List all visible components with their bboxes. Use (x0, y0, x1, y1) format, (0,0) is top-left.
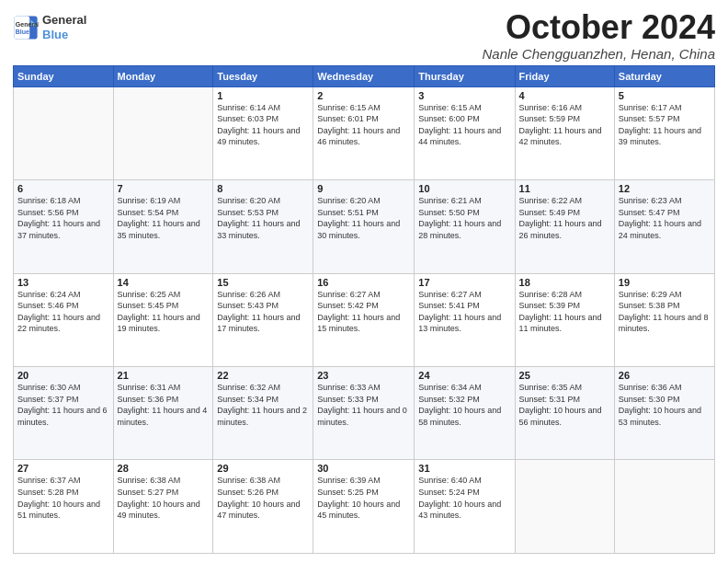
day-number: 28 (118, 463, 210, 474)
day-info: Sunrise: 6:38 AM Sunset: 5:27 PM Dayligh… (118, 475, 210, 521)
day-number: 18 (519, 277, 610, 288)
day-cell: 18Sunrise: 6:28 AM Sunset: 5:39 PM Dayli… (515, 273, 614, 366)
day-number: 15 (217, 277, 309, 288)
svg-text:General: General (16, 20, 39, 27)
day-number: 6 (17, 183, 109, 194)
day-number: 10 (418, 183, 510, 194)
header-saturday: Saturday (614, 65, 714, 86)
day-number: 11 (519, 183, 610, 194)
day-number: 2 (317, 90, 410, 101)
day-info: Sunrise: 6:33 AM Sunset: 5:33 PM Dayligh… (317, 382, 410, 428)
day-info: Sunrise: 6:15 AM Sunset: 6:00 PM Dayligh… (418, 102, 510, 148)
day-number: 27 (17, 463, 109, 474)
day-cell: 2Sunrise: 6:15 AM Sunset: 6:01 PM Daylig… (313, 86, 415, 179)
day-cell: 31Sunrise: 6:40 AM Sunset: 5:24 PM Dayli… (415, 460, 515, 554)
day-number: 4 (519, 90, 610, 101)
day-cell: 15Sunrise: 6:26 AM Sunset: 5:43 PM Dayli… (213, 273, 313, 366)
day-info: Sunrise: 6:31 AM Sunset: 5:36 PM Dayligh… (118, 382, 210, 428)
day-number: 31 (418, 463, 510, 474)
day-number: 3 (418, 90, 510, 101)
day-info: Sunrise: 6:20 AM Sunset: 5:51 PM Dayligh… (317, 195, 410, 241)
header-tuesday: Tuesday (213, 65, 313, 86)
logo: General Blue General Blue (13, 13, 86, 41)
day-number: 17 (418, 277, 510, 288)
day-number: 8 (217, 183, 309, 194)
month-title: October 2024 (482, 9, 715, 46)
day-number: 24 (418, 370, 510, 381)
day-info: Sunrise: 6:25 AM Sunset: 5:45 PM Dayligh… (118, 289, 210, 335)
day-info: Sunrise: 6:32 AM Sunset: 5:34 PM Dayligh… (217, 382, 309, 428)
header: General Blue General Blue October 2024 N… (13, 9, 715, 62)
day-cell: 26Sunrise: 6:36 AM Sunset: 5:30 PM Dayli… (614, 367, 714, 460)
day-info: Sunrise: 6:37 AM Sunset: 5:28 PM Dayligh… (17, 475, 109, 521)
week-row-2: 6Sunrise: 6:18 AM Sunset: 5:56 PM Daylig… (14, 180, 715, 273)
day-cell: 28Sunrise: 6:38 AM Sunset: 5:27 PM Dayli… (113, 460, 213, 554)
day-number: 22 (217, 370, 309, 381)
day-number: 25 (519, 370, 610, 381)
day-info: Sunrise: 6:30 AM Sunset: 5:37 PM Dayligh… (17, 382, 109, 428)
header-friday: Friday (515, 65, 614, 86)
day-number: 19 (619, 277, 711, 288)
day-cell: 25Sunrise: 6:35 AM Sunset: 5:31 PM Dayli… (515, 367, 614, 460)
day-info: Sunrise: 6:27 AM Sunset: 5:41 PM Dayligh… (418, 289, 510, 335)
day-cell: 30Sunrise: 6:39 AM Sunset: 5:25 PM Dayli… (313, 460, 415, 554)
week-row-1: 1Sunrise: 6:14 AM Sunset: 6:03 PM Daylig… (14, 86, 715, 179)
day-info: Sunrise: 6:29 AM Sunset: 5:38 PM Dayligh… (619, 289, 711, 335)
day-cell: 7Sunrise: 6:19 AM Sunset: 5:54 PM Daylig… (113, 180, 213, 273)
week-row-3: 13Sunrise: 6:24 AM Sunset: 5:46 PM Dayli… (14, 273, 715, 366)
logo-text: General Blue (42, 13, 86, 41)
day-cell: 16Sunrise: 6:27 AM Sunset: 5:42 PM Dayli… (313, 273, 415, 366)
day-number: 30 (317, 463, 410, 474)
day-cell: 21Sunrise: 6:31 AM Sunset: 5:36 PM Dayli… (113, 367, 213, 460)
day-number: 20 (17, 370, 109, 381)
day-info: Sunrise: 6:40 AM Sunset: 5:24 PM Dayligh… (418, 475, 510, 521)
day-number: 14 (118, 277, 210, 288)
day-info: Sunrise: 6:39 AM Sunset: 5:25 PM Dayligh… (317, 475, 410, 521)
day-number: 13 (17, 277, 109, 288)
day-info: Sunrise: 6:15 AM Sunset: 6:01 PM Dayligh… (317, 102, 410, 148)
day-info: Sunrise: 6:22 AM Sunset: 5:49 PM Dayligh… (519, 195, 610, 241)
day-number: 29 (217, 463, 309, 474)
day-number: 9 (317, 183, 410, 194)
svg-text:Blue: Blue (16, 29, 29, 35)
day-number: 1 (217, 90, 309, 101)
day-number: 12 (619, 183, 711, 194)
header-monday: Monday (113, 65, 213, 86)
logo-icon: General Blue (13, 15, 39, 40)
day-cell: 13Sunrise: 6:24 AM Sunset: 5:46 PM Dayli… (14, 273, 114, 366)
day-cell: 9Sunrise: 6:20 AM Sunset: 5:51 PM Daylig… (313, 180, 415, 273)
day-number: 23 (317, 370, 410, 381)
day-number: 16 (317, 277, 410, 288)
day-info: Sunrise: 6:16 AM Sunset: 5:59 PM Dayligh… (519, 102, 610, 148)
day-cell: 5Sunrise: 6:17 AM Sunset: 5:57 PM Daylig… (614, 86, 714, 179)
day-cell: 27Sunrise: 6:37 AM Sunset: 5:28 PM Dayli… (14, 460, 114, 554)
day-number: 5 (619, 90, 711, 101)
day-info: Sunrise: 6:21 AM Sunset: 5:50 PM Dayligh… (418, 195, 510, 241)
day-cell: 22Sunrise: 6:32 AM Sunset: 5:34 PM Dayli… (213, 367, 313, 460)
day-cell: 20Sunrise: 6:30 AM Sunset: 5:37 PM Dayli… (14, 367, 114, 460)
day-cell: 12Sunrise: 6:23 AM Sunset: 5:47 PM Dayli… (614, 180, 714, 273)
week-row-5: 27Sunrise: 6:37 AM Sunset: 5:28 PM Dayli… (14, 460, 715, 554)
day-number: 26 (619, 370, 711, 381)
day-info: Sunrise: 6:24 AM Sunset: 5:46 PM Dayligh… (17, 289, 109, 335)
day-cell: 10Sunrise: 6:21 AM Sunset: 5:50 PM Dayli… (415, 180, 515, 273)
page: General Blue General Blue October 2024 N… (0, 0, 728, 563)
day-info: Sunrise: 6:17 AM Sunset: 5:57 PM Dayligh… (619, 102, 711, 148)
day-cell: 24Sunrise: 6:34 AM Sunset: 5:32 PM Dayli… (415, 367, 515, 460)
day-cell: 1Sunrise: 6:14 AM Sunset: 6:03 PM Daylig… (213, 86, 313, 179)
day-cell: 19Sunrise: 6:29 AM Sunset: 5:38 PM Dayli… (614, 273, 714, 366)
day-info: Sunrise: 6:36 AM Sunset: 5:30 PM Dayligh… (619, 382, 711, 428)
day-cell: 6Sunrise: 6:18 AM Sunset: 5:56 PM Daylig… (14, 180, 114, 273)
day-cell: 4Sunrise: 6:16 AM Sunset: 5:59 PM Daylig… (515, 86, 614, 179)
weekday-header-row: Sunday Monday Tuesday Wednesday Thursday… (14, 65, 715, 86)
week-row-4: 20Sunrise: 6:30 AM Sunset: 5:37 PM Dayli… (14, 367, 715, 460)
day-info: Sunrise: 6:34 AM Sunset: 5:32 PM Dayligh… (418, 382, 510, 428)
title-block: October 2024 Nanle Chengguanzhen, Henan,… (482, 9, 715, 62)
day-info: Sunrise: 6:23 AM Sunset: 5:47 PM Dayligh… (619, 195, 711, 241)
location: Nanle Chengguanzhen, Henan, China (482, 46, 715, 62)
day-number: 7 (118, 183, 210, 194)
day-cell: 29Sunrise: 6:38 AM Sunset: 5:26 PM Dayli… (213, 460, 313, 554)
header-sunday: Sunday (14, 65, 114, 86)
calendar: Sunday Monday Tuesday Wednesday Thursday… (13, 65, 715, 554)
day-cell: 23Sunrise: 6:33 AM Sunset: 5:33 PM Dayli… (313, 367, 415, 460)
